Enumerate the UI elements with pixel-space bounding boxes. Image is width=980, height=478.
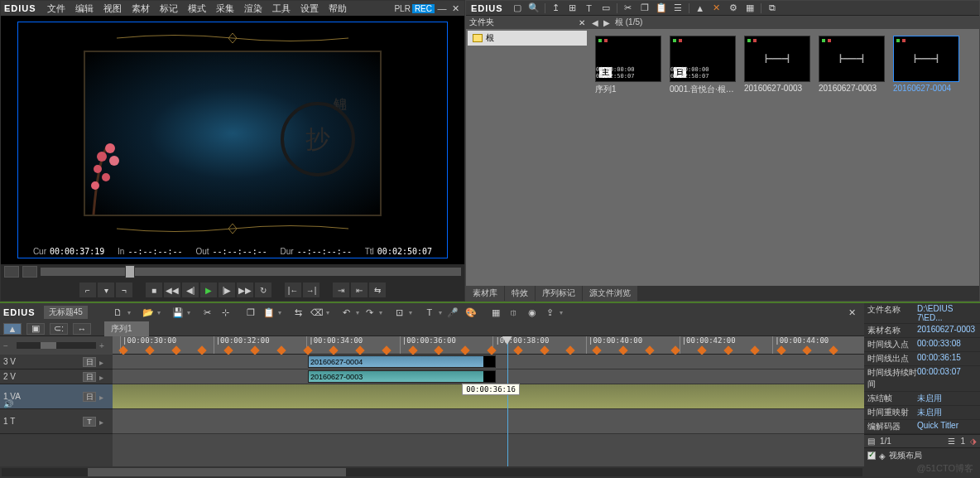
track-head-t1[interactable]: 1 TT▸ bbox=[0, 409, 113, 434]
overwrite-button[interactable]: ⇤ bbox=[351, 282, 368, 297]
expand-icon[interactable]: ▸ bbox=[99, 373, 109, 381]
menu-help[interactable]: 帮助 bbox=[324, 2, 351, 15]
clip-v2[interactable]: 20160627-0003 bbox=[308, 370, 496, 383]
zoom-in-icon[interactable]: + bbox=[99, 341, 109, 350]
track-v2[interactable]: 20160627-0003 bbox=[113, 369, 864, 384]
match-icon[interactable]: ▦ bbox=[488, 306, 503, 319]
new-seq-icon[interactable]: ⊞ bbox=[567, 2, 579, 14]
track-head-va1[interactable]: 1 VA日▸🔊 bbox=[0, 384, 113, 409]
stop-button[interactable]: ■ bbox=[146, 282, 162, 297]
playhead[interactable] bbox=[507, 336, 508, 466]
delete-icon[interactable]: ⌫ bbox=[310, 306, 324, 319]
menu-view[interactable]: 视图 bbox=[99, 2, 126, 15]
title-icon[interactable]: T bbox=[422, 306, 437, 319]
tab-library[interactable]: 素材库 bbox=[466, 286, 504, 301]
ripple-icon[interactable]: ⇆ bbox=[291, 306, 306, 319]
fforward-button[interactable]: ▶▶ bbox=[237, 282, 253, 297]
track-va1[interactable]: 00:00:36:16 bbox=[113, 384, 864, 409]
prop-list-icon[interactable]: ☰ bbox=[948, 437, 955, 446]
sequence-tab[interactable]: 序列1 bbox=[104, 321, 149, 336]
menu-render[interactable]: 渲染 bbox=[240, 2, 267, 15]
redo-icon[interactable]: ↷ bbox=[363, 306, 377, 319]
menu-marker[interactable]: 标记 bbox=[156, 2, 182, 15]
mode-ripple[interactable]: ↔ bbox=[73, 323, 91, 335]
new-seq-icon[interactable]: 🗋 bbox=[111, 306, 126, 319]
menu-file[interactable]: 文件 bbox=[43, 2, 70, 15]
bin-clip[interactable]: 日00:00:00:00 00:02:50:070001.音悦台·根… bbox=[670, 36, 736, 95]
zoom-slider[interactable] bbox=[17, 342, 96, 349]
new-bin-icon[interactable]: ▭ bbox=[600, 2, 612, 14]
tab-browse[interactable]: 源文件浏览 bbox=[583, 286, 637, 301]
nav-fwd-icon[interactable]: ▶ bbox=[603, 18, 610, 27]
track-v3[interactable]: 20160627-0004 bbox=[113, 355, 864, 369]
view-mode-icon[interactable]: ▦ bbox=[744, 2, 756, 14]
h-scrollbar[interactable] bbox=[0, 466, 864, 478]
expand-icon[interactable]: ▸ bbox=[99, 358, 109, 366]
tab-effects[interactable]: 特效 bbox=[505, 286, 535, 301]
add-cut-icon[interactable]: ⊹ bbox=[219, 306, 233, 319]
timeline-close-icon[interactable]: ✕ bbox=[843, 307, 861, 318]
mode-trim[interactable]: ▣ bbox=[26, 323, 45, 335]
cut-icon[interactable]: ✂ bbox=[200, 306, 215, 319]
track-head-v2[interactable]: 2 V日▸ bbox=[0, 369, 113, 384]
nav-back-icon[interactable]: ◀ bbox=[592, 18, 598, 27]
paste-icon[interactable]: 📋 bbox=[262, 306, 276, 319]
eye-icon[interactable]: ◈ bbox=[879, 451, 886, 461]
undo-icon[interactable]: ↶ bbox=[339, 306, 354, 319]
copy-icon[interactable]: ❐ bbox=[639, 2, 651, 14]
jump-out-button[interactable]: →| bbox=[303, 282, 319, 297]
track-t1[interactable] bbox=[113, 409, 864, 434]
expand-icon[interactable]: ▸ bbox=[99, 393, 109, 401]
scrub-mode-a[interactable] bbox=[4, 266, 19, 278]
paste-icon[interactable]: 📋 bbox=[656, 2, 667, 14]
menu-edit[interactable]: 编辑 bbox=[71, 2, 98, 15]
tools-icon[interactable]: ⚙ bbox=[728, 2, 739, 14]
tracks-area[interactable]: |00:00:30:00|00:00:32:00|00:00:34:00|00:… bbox=[113, 336, 864, 466]
close-button[interactable]: ✕ bbox=[449, 3, 461, 14]
loop-button[interactable]: ↻ bbox=[255, 282, 271, 297]
color-icon[interactable]: 🎨 bbox=[464, 306, 478, 319]
voiceover-icon[interactable]: 🎤 bbox=[445, 306, 460, 319]
menu-clip[interactable]: 素材 bbox=[127, 2, 154, 15]
play-button[interactable]: ▶ bbox=[200, 282, 217, 297]
minimize-button[interactable]: — bbox=[436, 3, 448, 13]
track-head-v3[interactable]: 3 V日▸ bbox=[0, 355, 113, 369]
props-icon[interactable]: ☰ bbox=[672, 2, 684, 14]
bin-clip[interactable]: ┣━━━━┫20160627-0003 bbox=[819, 36, 885, 95]
mixer-icon[interactable]: ⎅ bbox=[507, 306, 521, 319]
new-title-icon[interactable]: T bbox=[584, 2, 595, 14]
save-icon[interactable]: 💾 bbox=[171, 306, 185, 319]
group-icon[interactable]: ⊡ bbox=[392, 306, 407, 319]
set-out-button[interactable]: ¬ bbox=[116, 282, 132, 297]
bin-clip[interactable]: ┣━━━━┫20160627-0004 bbox=[893, 36, 959, 95]
detach-icon[interactable]: ⧉ bbox=[766, 2, 778, 14]
insert-button[interactable]: ⇥ bbox=[333, 282, 349, 297]
folder-icon[interactable]: ▢ bbox=[512, 2, 523, 14]
speaker-icon[interactable]: 🔊 bbox=[3, 399, 13, 408]
export-icon[interactable]: ⇪ bbox=[543, 306, 558, 319]
time-ruler[interactable]: |00:00:30:00|00:00:32:00|00:00:34:00|00:… bbox=[113, 336, 864, 355]
folder-close-icon[interactable]: ✕ bbox=[579, 18, 585, 27]
set-in-button[interactable]: ⌐ bbox=[79, 282, 96, 297]
expand-icon[interactable]: ▸ bbox=[99, 418, 109, 426]
menu-settings[interactable]: 设置 bbox=[296, 2, 323, 15]
up-icon[interactable]: ↥ bbox=[550, 2, 562, 14]
search-icon[interactable]: 🔍 bbox=[528, 2, 540, 14]
copy-icon[interactable]: ❐ bbox=[243, 306, 258, 319]
mode-multicam[interactable]: ⊂: bbox=[50, 323, 68, 335]
menu-mode[interactable]: 模式 bbox=[184, 2, 210, 15]
scrub-bar[interactable] bbox=[1, 264, 464, 279]
bin-clip[interactable]: ┣━━━━┫20160627-0003 bbox=[744, 36, 810, 95]
mode-normal[interactable]: ▲ bbox=[3, 323, 22, 335]
scrub-mode-b[interactable] bbox=[22, 266, 37, 278]
zoom-out-icon[interactable]: − bbox=[3, 341, 13, 350]
next-frame-button[interactable]: |▶ bbox=[219, 282, 235, 297]
prop-fx-icon[interactable]: ⬗ bbox=[970, 437, 977, 446]
tree-video-layout[interactable]: ◈ 视频布局 bbox=[867, 450, 977, 461]
cut-icon[interactable]: ✂ bbox=[622, 2, 634, 14]
prop-page-icon[interactable]: ▤ bbox=[867, 437, 875, 446]
delete-icon[interactable]: ✕ bbox=[711, 2, 723, 14]
menu-capture[interactable]: 采集 bbox=[212, 2, 238, 15]
rewind-button[interactable]: ◀◀ bbox=[164, 282, 180, 297]
menu-tools[interactable]: 工具 bbox=[268, 2, 295, 15]
